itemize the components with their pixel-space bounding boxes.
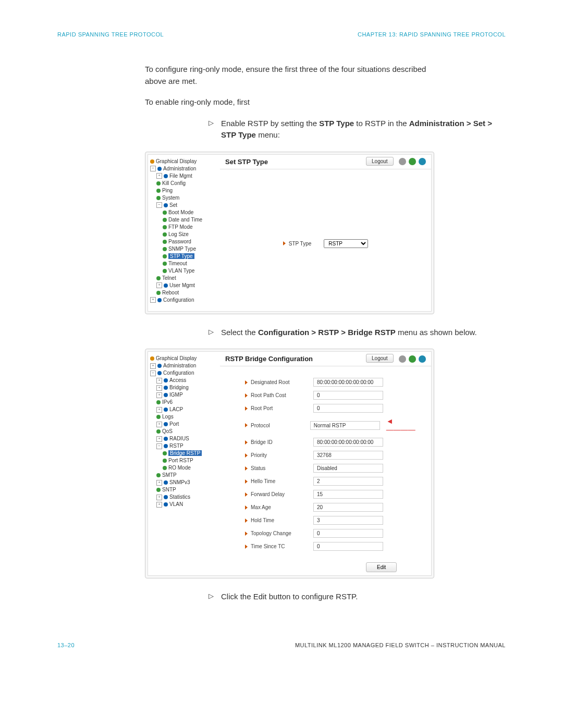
config-field-row: Priority32768 — [245, 449, 421, 462]
field-value: Disabled — [313, 464, 383, 473]
field-label: Designated Root — [251, 379, 313, 385]
field-value: 0 — [313, 404, 383, 413]
field-label: Time Since TC — [251, 544, 313, 549]
field-label: Topology Change — [251, 530, 313, 536]
config-field-row: Topology Change0 — [245, 527, 421, 540]
panel-title: Set STP Type — [225, 158, 268, 166]
field-label: Forward Delay — [251, 491, 313, 497]
field-value: 80:00:00:00:00:00:00:00 — [313, 438, 383, 447]
help-icon[interactable] — [419, 158, 426, 165]
config-field-row: ProtocolNormal RSTP◄———— — [245, 415, 421, 436]
field-value: 15 — [313, 490, 383, 499]
field-value: 20 — [313, 503, 383, 512]
field-marker-icon — [245, 440, 248, 445]
screenshot-rstp-bridge-config: Graphical Display +Administration −Confi… — [145, 349, 434, 578]
field-marker-icon — [283, 241, 286, 245]
nav-tree[interactable]: Graphical Display −Administration +File … — [148, 155, 220, 311]
config-field-row: Forward Delay15 — [245, 488, 421, 501]
field-value: 3 — [313, 516, 383, 525]
stp-type-select[interactable]: RSTP — [324, 239, 368, 248]
config-field-row: Root Path Cost0 — [245, 389, 421, 402]
step-2: Select the Configuration > RSTP > Bridge… — [209, 327, 506, 339]
panel-title: RSTP Bridge Configuration — [225, 355, 313, 363]
field-value: 32768 — [313, 451, 383, 460]
config-field-row: Max Age20 — [245, 501, 421, 514]
intro-text: To configure ring-only mode, ensure the … — [145, 64, 442, 108]
field-marker-icon — [245, 532, 248, 536]
field-marker-icon — [245, 479, 248, 484]
edit-button[interactable]: Edit — [366, 562, 397, 572]
field-label: Max Age — [251, 504, 313, 510]
tree-selected-stp-type[interactable]: STP Type — [168, 253, 194, 259]
page-footer: 13–20 MULTILINK ML1200 MANAGED FIELD SWI… — [57, 642, 506, 648]
field-marker-icon — [245, 393, 248, 398]
field-value: 80:00:00:00:00:00:00:00 — [313, 378, 383, 387]
stp-type-label: STP Type — [289, 241, 312, 246]
save-icon[interactable] — [399, 158, 406, 165]
field-label: Status — [251, 465, 313, 471]
field-value: 0 — [313, 391, 383, 400]
logout-button[interactable]: Logout — [366, 157, 394, 166]
page-header: RAPID SPANNING TREE PROTOCOL CHAPTER 13:… — [57, 31, 506, 38]
field-value: 0 — [313, 542, 383, 551]
field-label: Hold Time — [251, 517, 313, 523]
nav-tree[interactable]: Graphical Display +Administration −Confi… — [148, 352, 220, 575]
field-marker-icon — [245, 406, 248, 411]
arrow-annotation: ◄———— — [386, 417, 421, 434]
field-marker-icon — [245, 519, 248, 523]
field-label: Root Port — [251, 405, 313, 411]
step-1: Enable RSTP by setting the STP Type to R… — [209, 118, 506, 141]
config-field-row: Bridge ID80:00:00:00:00:00:00:00 — [245, 436, 421, 449]
field-label: Root Path Cost — [251, 392, 313, 398]
config-field-row: Designated Root80:00:00:00:00:00:00:00 — [245, 376, 421, 389]
logout-button[interactable]: Logout — [366, 354, 394, 363]
field-marker-icon — [245, 423, 248, 427]
field-label: Hello Time — [251, 478, 313, 484]
field-value: 2 — [313, 477, 383, 486]
field-marker-icon — [245, 466, 248, 471]
field-value: 0 — [313, 529, 383, 538]
config-field-row: Hold Time3 — [245, 514, 421, 527]
field-marker-icon — [245, 492, 248, 497]
field-marker-icon — [245, 453, 248, 458]
field-label: Priority — [251, 452, 313, 458]
header-right: CHAPTER 13: RAPID SPANNING TREE PROTOCOL — [358, 31, 506, 38]
config-field-row: StatusDisabled — [245, 462, 421, 475]
field-label: Protocol — [251, 423, 310, 428]
footer-title: MULTILINK ML1200 MANAGED FIELD SWITCH – … — [295, 642, 506, 648]
field-marker-icon — [245, 380, 248, 385]
refresh-icon[interactable] — [409, 355, 416, 363]
field-label: Bridge ID — [251, 439, 313, 445]
config-field-row: Time Since TC0 — [245, 540, 421, 553]
header-icons[interactable] — [398, 355, 426, 361]
config-field-row: Hello Time2 — [245, 475, 421, 488]
help-icon[interactable] — [419, 355, 426, 363]
field-value: Normal RSTP — [310, 421, 380, 430]
header-left: RAPID SPANNING TREE PROTOCOL — [57, 31, 164, 38]
field-marker-icon — [245, 505, 248, 510]
save-icon[interactable] — [399, 355, 406, 363]
field-marker-icon — [245, 545, 248, 549]
intro-p1: To configure ring-only mode, ensure the … — [145, 64, 442, 87]
header-icons[interactable] — [398, 158, 426, 164]
step-3: Click the Edit button to configure RSTP. — [209, 591, 506, 603]
refresh-icon[interactable] — [409, 158, 416, 165]
screenshot-set-stp-type: Graphical Display −Administration +File … — [145, 152, 434, 314]
tree-selected-bridge-rstp[interactable]: Bridge RSTP — [168, 450, 202, 456]
intro-p2: To enable ring-only mode, first — [145, 96, 442, 108]
config-field-row: Root Port0 — [245, 402, 421, 415]
page-number: 13–20 — [57, 642, 75, 648]
